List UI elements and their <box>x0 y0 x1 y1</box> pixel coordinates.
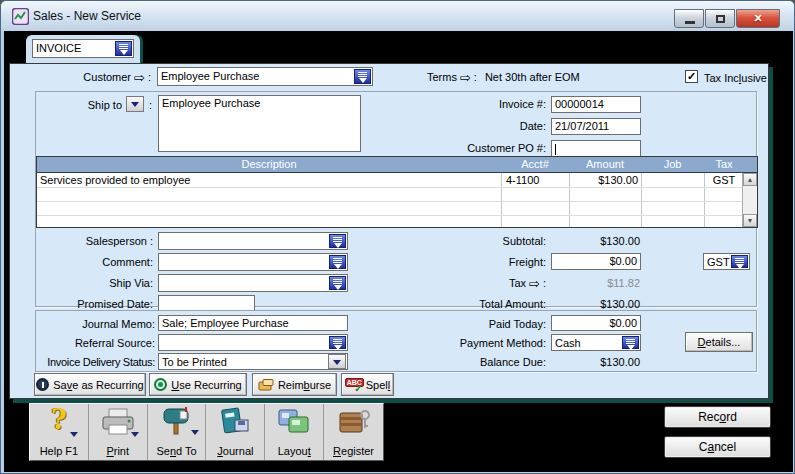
app-icon <box>12 8 29 25</box>
paid-today-label: Paid Today: <box>366 318 546 330</box>
minimize-button[interactable] <box>674 9 704 28</box>
customer-po-field[interactable] <box>551 140 641 157</box>
sale-layout-dropdown-button[interactable] <box>115 41 132 56</box>
referral-source-label: Referral Source: <box>36 337 155 349</box>
sale-layout-combobox[interactable]: INVOICE <box>32 39 134 58</box>
total-amount-label: Total Amount: <box>366 298 546 310</box>
ship-to-label: Ship to <box>82 99 122 111</box>
referral-dropdown-button[interactable] <box>329 336 346 349</box>
send-to-icon <box>158 406 196 440</box>
help-button[interactable]: ? Help F1 <box>30 404 89 460</box>
freight-tax-dropdown-button[interactable] <box>731 255 748 268</box>
journal-button[interactable]: Journal <box>206 404 265 460</box>
minimize-icon <box>685 21 695 24</box>
layout-icon <box>275 406 313 440</box>
print-button[interactable]: Print <box>89 404 148 460</box>
client-area: INVOICE Customer ⇨ : Employee Purchase T… <box>4 31 793 472</box>
terms-zoom-arrow-icon[interactable]: ⇨ <box>460 72 471 83</box>
date-field[interactable]: 21/07/2011 <box>551 118 641 135</box>
journal-memo-label: Journal Memo: <box>36 318 155 330</box>
column-header-acct[interactable]: Acct# <box>501 158 569 170</box>
payment-method-combobox[interactable]: Cash <box>551 334 641 351</box>
line-item-description[interactable]: Services provided to employee <box>40 174 498 186</box>
payment-method-dropdown-button[interactable] <box>622 336 639 349</box>
ship-to-dropdown-button[interactable] <box>126 96 144 112</box>
tax-zoom-arrow-icon[interactable]: ⇨ <box>529 278 540 289</box>
table-scrollbar[interactable]: ▲ ▼ <box>742 173 757 227</box>
journal-icon <box>216 406 254 440</box>
send-to-button[interactable]: Send To <box>148 404 207 460</box>
scroll-up-button[interactable]: ▲ <box>743 173 757 186</box>
ship-via-combobox[interactable] <box>158 274 348 292</box>
tax-inclusive-checkbox[interactable]: ✓ <box>685 70 698 83</box>
column-header-description[interactable]: Description <box>37 158 501 170</box>
promised-date-field[interactable] <box>158 295 255 311</box>
salesperson-dropdown-button[interactable] <box>329 234 346 248</box>
scroll-down-icon: ▼ <box>747 217 754 224</box>
salesperson-combobox[interactable] <box>158 232 348 250</box>
save-recurring-icon <box>36 378 49 391</box>
use-recurring-icon <box>154 378 167 391</box>
comment-combobox[interactable] <box>158 253 348 271</box>
terms-row: Terms ⇨ : Net 30th after EOM <box>427 71 580 83</box>
salesperson-label: Salesperson : <box>36 235 153 247</box>
delivery-status-combobox[interactable]: To be Printed <box>158 353 348 370</box>
freight-field[interactable]: $0.00 <box>551 253 641 270</box>
checkmark-icon: ✓ <box>687 70 696 82</box>
column-header-tax[interactable]: Tax <box>704 158 744 170</box>
maximize-button[interactable] <box>705 9 735 28</box>
send-to-menu-arrow-icon <box>191 430 199 439</box>
close-button[interactable]: ✕ <box>736 9 780 28</box>
cancel-button[interactable]: Cancel <box>664 436 771 458</box>
balance-due-value: $130.00 <box>540 356 640 368</box>
line-item-tax[interactable]: GST <box>704 174 744 186</box>
line-item-amount[interactable]: $130.00 <box>570 174 638 186</box>
customer-combobox[interactable]: Employee Purchase <box>157 67 373 86</box>
ship-to-address-field[interactable]: Employee Purchase <box>158 95 361 152</box>
terms-label: Terms <box>427 71 457 83</box>
tax-value: $11.82 <box>540 277 640 289</box>
reimburse-icon <box>258 379 274 391</box>
details-button[interactable]: Details... <box>685 332 753 352</box>
column-header-amount[interactable]: Amount <box>569 158 641 170</box>
ship-via-dropdown-button[interactable] <box>329 276 346 290</box>
customer-dropdown-button[interactable] <box>354 69 371 84</box>
tax-label-row: Tax ⇨ : <box>366 277 546 289</box>
register-button[interactable]: Register <box>324 404 383 460</box>
customer-value: Employee Purchase <box>161 70 259 82</box>
use-recurring-button[interactable]: Use Recurring <box>149 373 247 396</box>
freight-tax-combobox[interactable]: GST <box>703 253 750 270</box>
delivery-status-dropdown-button[interactable] <box>328 354 346 369</box>
invoice-number-field[interactable]: 00000014 <box>551 96 641 113</box>
journal-memo-field[interactable]: Sale; Employee Purchase <box>158 315 348 331</box>
help-icon: ? <box>51 404 67 435</box>
title-bar[interactable]: Sales - New Service ✕ <box>1 1 795 31</box>
paid-today-field[interactable]: $0.00 <box>551 315 641 331</box>
memo-payment-group: Journal Memo: Sale; Employee Purchase Re… <box>35 310 757 372</box>
text-cursor <box>555 144 556 155</box>
print-menu-arrow-icon <box>131 432 139 441</box>
reimburse-button[interactable]: Reimburse <box>252 373 337 396</box>
ship-to-value: Employee Purchase <box>159 96 360 110</box>
close-icon: ✕ <box>737 12 779 25</box>
customer-zoom-arrow-icon[interactable]: ⇨ <box>134 72 145 83</box>
layout-button[interactable]: Layout <box>265 404 324 460</box>
comment-label: Comment: <box>36 256 153 268</box>
referral-source-combobox[interactable] <box>158 334 348 351</box>
comment-dropdown-button[interactable] <box>329 255 346 269</box>
grid-line <box>641 173 642 227</box>
record-button[interactable]: Record <box>664 406 771 428</box>
scroll-down-button[interactable]: ▼ <box>743 214 757 227</box>
grid-line <box>37 215 742 216</box>
sale-layout-value: INVOICE <box>36 42 81 54</box>
column-header-job[interactable]: Job <box>641 158 704 170</box>
line-item-acct[interactable]: 4-1100 <box>506 174 539 186</box>
freight-tax-code: GST <box>707 256 730 268</box>
scroll-up-icon: ▲ <box>747 176 754 183</box>
freight-label: Freight: <box>366 256 546 268</box>
save-as-recurring-button[interactable]: Save as Recurring <box>34 373 146 396</box>
line-items-header: Description Acct# Amount Job Tax <box>36 156 758 172</box>
customer-label: Customer ⇨ : <box>10 71 151 83</box>
spell-button[interactable]: ABC ✓ Spell <box>341 373 394 396</box>
invoice-number-label: Invoice #: <box>366 98 546 110</box>
